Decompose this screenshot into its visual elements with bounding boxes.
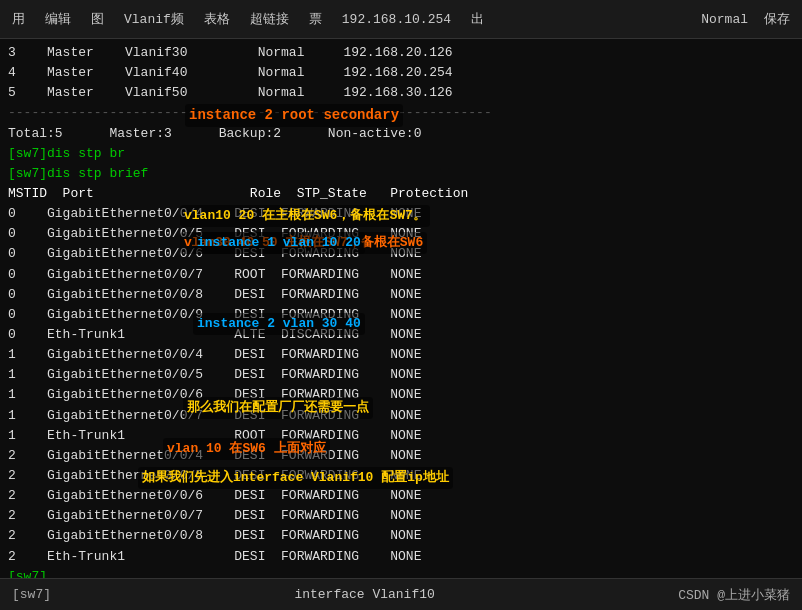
toolbar-ip[interactable]: 192.168.10.254 (338, 10, 455, 29)
stp-row-0-5: 0 GigabitEthernet0/0/9 DESI FORWARDING N… (8, 305, 794, 325)
stp-row-0-4: 0 GigabitEthernet0/0/8 DESI FORWARDING N… (8, 285, 794, 305)
stp-row-0-6: 0 Eth-Trunk1 ALTE DISCARDING NONE (8, 325, 794, 345)
cmd-stp-brief: [sw7]dis stp brief (8, 164, 794, 184)
row-5: 5 Master Vlanif50 Normal 192.168.30.126 (8, 83, 794, 103)
toolbar-save[interactable]: 保存 (760, 8, 794, 30)
toolbar: 用 编辑 图 Vlanif频 表格 超链接 票 192.168.10.254 出… (0, 0, 802, 39)
toolbar-ticket[interactable]: 票 (305, 8, 326, 30)
row-4: 4 Master Vlanif40 Normal 192.168.20.254 (8, 63, 794, 83)
stp-row-0-1: 0 GigabitEthernet0/0/5 DESI FORWARDING N… (8, 224, 794, 244)
stp-row-1-4: 1 Eth-Trunk1 ROOT FORWARDING NONE (8, 426, 794, 446)
terminal-window: 用 编辑 图 Vlanif频 表格 超链接 票 192.168.10.254 出… (0, 0, 802, 610)
stp-row-2-2: 2 GigabitEthernet0/0/6 DESI FORWARDING N… (8, 486, 794, 506)
stp-row-1-0: 1 GigabitEthernet0/0/4 DESI FORWARDING N… (8, 345, 794, 365)
toolbar-edit[interactable]: 编辑 (41, 8, 75, 30)
stp-row-1-3: 1 GigabitEthernet0/0/7 DESI FORWARDING N… (8, 406, 794, 426)
bottom-center-vlanif: interface Vlanif10 (294, 587, 434, 602)
bottom-right-csdn: CSDN @上进小菜猪 (678, 586, 790, 604)
separator-line: ----------------------------------------… (8, 103, 794, 123)
main-content: 3 Master Vlanif30 Normal 192.168.20.126 … (0, 39, 802, 591)
stp-row-2-1: 2 GigabitEthernet0/0/5 DESI FORWARDING N… (8, 466, 794, 486)
toolbar-normal-label: Normal (701, 12, 748, 27)
stp-row-1-1: 1 GigabitEthernet0/0/5 DESI FORWARDING N… (8, 365, 794, 385)
toolbar-out[interactable]: 出 (467, 8, 488, 30)
stp-row-2-0: 2 GigabitEthernet0/0/4 DESI FORWARDING N… (8, 446, 794, 466)
stp-row-1-2: 1 GigabitEthernet0/0/6 DESI FORWARDING N… (8, 385, 794, 405)
stp-row-0-3: 0 GigabitEthernet0/0/7 ROOT FORWARDING N… (8, 265, 794, 285)
cmd-stp-br: [sw7]dis stp br (8, 144, 794, 164)
toolbar-use[interactable]: 用 (8, 8, 29, 30)
stp-row-2-5: 2 Eth-Trunk1 DESI FORWARDING NONE (8, 547, 794, 567)
stp-row-0-2: 0 GigabitEthernet0/0/6 DESI FORWARDING N… (8, 244, 794, 264)
stp-row-2-4: 2 GigabitEthernet0/0/8 DESI FORWARDING N… (8, 526, 794, 546)
toolbar-image[interactable]: 图 (87, 8, 108, 30)
row-3: 3 Master Vlanif30 Normal 192.168.20.126 (8, 43, 794, 63)
table-header: MSTID Port Role STP_State Protection (8, 184, 794, 204)
toolbar-hyperlink[interactable]: 超链接 (246, 8, 293, 30)
bottom-bar: [sw7] interface Vlanif10 CSDN @上进小菜猪 (0, 578, 802, 610)
stp-row-0-0: 0 GigabitEthernet0/0/4 DESI FORWARDING N… (8, 204, 794, 224)
bottom-left-cmd: [sw7] (12, 587, 51, 602)
toolbar-table[interactable]: 表格 (200, 8, 234, 30)
summary-line: Total:5 Master:3 Backup:2 Non-active:0 (8, 124, 794, 144)
toolbar-vlanif[interactable]: Vlanif频 (120, 8, 188, 30)
stp-row-2-3: 2 GigabitEthernet0/0/7 DESI FORWARDING N… (8, 506, 794, 526)
